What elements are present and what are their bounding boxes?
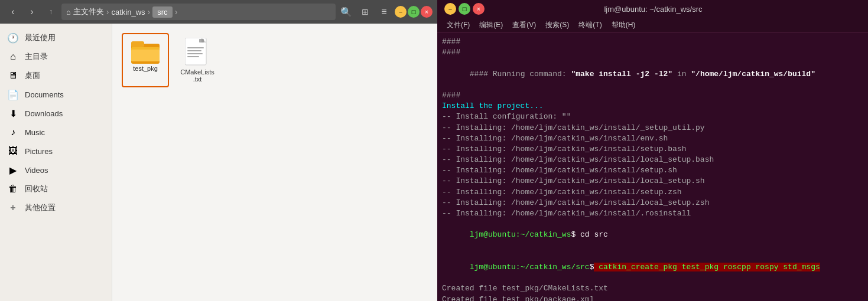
breadcrumb-arrow: › <box>175 7 178 17</box>
terminal-line: -- Installing: /home/ljm/catkin_ws/insta… <box>442 208 863 219</box>
videos-icon: ▶ <box>7 164 19 176</box>
terminal-prompt-path: :~/catkin_ws <box>516 230 571 239</box>
sidebar-item-home[interactable]: ⌂ 主目录 <box>0 47 112 66</box>
sidebar-item-downloads[interactable]: ⬇ Downloads <box>0 104 112 123</box>
file-item-cmakelists[interactable]: CMakeLists.txt <box>174 33 221 87</box>
fm-body: 🕐 最近使用 ⌂ 主目录 🖥 桌面 📄 Documents ⬇ Download… <box>0 24 437 301</box>
breadcrumb-home[interactable]: ⌂ <box>66 8 71 17</box>
minimize-button[interactable]: − <box>395 6 407 18</box>
menu-button[interactable]: ≡ <box>376 4 392 20</box>
desktop-icon: 🖥 <box>7 70 19 81</box>
view-toggle-button[interactable]: ⊞ <box>357 4 373 20</box>
svg-rect-8 <box>187 53 203 54</box>
folder-icon-test-pkg <box>131 39 160 63</box>
file-item-test-pkg[interactable]: test_pkg <box>122 33 169 87</box>
file-name-cmakelists: CMakeLists.txt <box>180 68 214 83</box>
sidebar-item-trash[interactable]: 🗑 回收站 <box>0 179 112 198</box>
pictures-icon: 🖼 <box>7 145 19 157</box>
terminal-line: -- Installing: /home/ljm/catkin_ws/insta… <box>442 144 863 155</box>
document-icon-cmakelists <box>185 38 210 66</box>
terminal-highlighted-cmd: catkin_create_pkg test_pkg roscpp rospy … <box>594 263 820 271</box>
fm-sidebar: 🕐 最近使用 ⌂ 主目录 🖥 桌面 📄 Documents ⬇ Download… <box>0 24 112 301</box>
terminal-menu-file[interactable]: 文件(F) <box>442 19 474 31</box>
documents-icon: 📄 <box>7 89 19 100</box>
terminal-close-button[interactable]: × <box>473 3 485 15</box>
terminal-line: #### <box>442 47 863 58</box>
terminal-text: "make install -j2 -l2" <box>571 70 672 78</box>
terminal-line: #### <box>442 37 863 47</box>
terminal-menu-view[interactable]: 查看(V) <box>508 19 541 31</box>
sidebar-label-home: 主目录 <box>25 51 48 62</box>
terminal-text: "/home/ljm/catkin_ws/build" <box>691 70 815 78</box>
sidebar-item-documents[interactable]: 📄 Documents <box>0 85 112 104</box>
breadcrumb-home-label[interactable]: 主文件夹 <box>73 6 104 17</box>
terminal-prompt-path2: :~/catkin_ws/src <box>516 263 590 271</box>
terminal-prompt-user2: ljm@ubuntu <box>470 263 516 271</box>
terminal-window: − □ × ljm@ubuntu: ~/catkin_ws/src 文件(F) … <box>437 0 868 301</box>
svg-rect-7 <box>187 50 201 51</box>
sidebar-item-other[interactable]: + 其他位置 <box>0 198 112 217</box>
terminal-line: #### Running command: "make install -j2 … <box>442 58 863 90</box>
sidebar-label-other: 其他位置 <box>25 202 56 213</box>
breadcrumb-sep1: › <box>106 7 109 17</box>
sidebar-label-downloads: Downloads <box>25 109 63 118</box>
maximize-button[interactable]: □ <box>408 6 420 18</box>
terminal-menu-search[interactable]: 搜索(S) <box>541 19 574 31</box>
terminal-line: -- Installing: /home/ljm/catkin_ws/insta… <box>442 123 863 133</box>
svg-rect-3 <box>131 50 160 61</box>
fm-toolbar: ‹ › ↑ ⌂ 主文件夹 › catkin_ws › src › 🔍 ⊞ ≡ −… <box>0 0 437 24</box>
home-icon: ⌂ <box>7 51 19 63</box>
sidebar-label-recent: 最近使用 <box>25 32 56 43</box>
terminal-line: Created file test_pkg/CMakeLists.txt <box>442 283 863 294</box>
close-button[interactable]: × <box>421 6 433 18</box>
terminal-menu-help[interactable]: 帮助(H) <box>607 19 641 31</box>
terminal-prompt-user: ljm@ubuntu <box>470 230 516 239</box>
terminal-line: #### <box>442 90 863 101</box>
search-button[interactable]: 🔍 <box>338 4 355 20</box>
terminal-line: Created file test_pkg/package.xml <box>442 295 863 302</box>
fm-file-area: test_pkg CMakeLists.txt <box>112 24 437 301</box>
terminal-line: -- Installing: /home/ljm/catkin_ws/insta… <box>442 133 863 144</box>
terminal-text: #### Running command: <box>470 70 571 78</box>
file-name-test-pkg: test_pkg <box>133 65 158 72</box>
sidebar-item-pictures[interactable]: 🖼 Pictures <box>0 142 112 161</box>
terminal-line: Install the project... <box>442 101 863 112</box>
svg-rect-6 <box>187 47 204 48</box>
sidebar-label-trash: 回收站 <box>25 184 48 194</box>
terminal-maximize-button[interactable]: □ <box>459 3 470 15</box>
terminal-prompt-dollar: $ cd src <box>571 230 607 239</box>
terminal-line: -- Installing: /home/ljm/catkin_ws/insta… <box>442 176 863 187</box>
breadcrumb-catkin[interactable]: catkin_ws <box>112 8 145 17</box>
forward-button[interactable]: › <box>24 4 40 20</box>
sidebar-label-pictures: Pictures <box>25 147 53 156</box>
sidebar-item-music[interactable]: ♪ Music <box>0 123 112 142</box>
sidebar-label-videos: Videos <box>25 166 48 175</box>
clock-icon: 🕐 <box>7 32 19 44</box>
window-controls: − □ × <box>395 6 433 18</box>
terminal-titlebar: − □ × ljm@ubuntu: ~/catkin_ws/src <box>437 0 868 18</box>
sidebar-label-desktop: 桌面 <box>25 70 40 81</box>
sidebar-item-desktop[interactable]: 🖥 桌面 <box>0 66 112 85</box>
terminal-minimize-button[interactable]: − <box>444 3 456 15</box>
sidebar-label-documents: Documents <box>25 90 64 99</box>
terminal-text: in <box>672 70 691 78</box>
terminal-line: -- Installing: /home/ljm/catkin_ws/insta… <box>442 165 863 176</box>
sidebar-item-videos[interactable]: ▶ Videos <box>0 161 112 179</box>
back-button[interactable]: ‹ <box>5 4 21 20</box>
music-icon: ♪ <box>7 126 19 138</box>
terminal-line: -- Installing: /home/ljm/catkin_ws/insta… <box>442 198 863 208</box>
file-manager: ‹ › ↑ ⌂ 主文件夹 › catkin_ws › src › 🔍 ⊞ ≡ −… <box>0 0 437 301</box>
terminal-menu-edit[interactable]: 编辑(E) <box>474 19 508 31</box>
breadcrumb: ⌂ 主文件夹 › catkin_ws › src › <box>61 4 336 20</box>
sidebar-item-recent[interactable]: 🕐 最近使用 <box>0 28 112 47</box>
sidebar-label-music: Music <box>25 128 45 137</box>
breadcrumb-sep2: › <box>148 7 151 17</box>
terminal-prompt-create: ljm@ubuntu:~/catkin_ws/src$ catkin_creat… <box>442 251 863 284</box>
terminal-title: ljm@ubuntu: ~/catkin_ws/src <box>485 5 822 14</box>
terminal-prompt-cd: ljm@ubuntu:~/catkin_ws$ cd src <box>442 219 863 251</box>
up-button[interactable]: ↑ <box>43 4 59 20</box>
breadcrumb-src[interactable]: src <box>152 6 172 18</box>
terminal-body[interactable]: #### #### #### Running command: "make in… <box>437 33 868 301</box>
terminal-line: -- Installing: /home/ljm/catkin_ws/insta… <box>442 155 863 165</box>
terminal-menu-terminal[interactable]: 终端(T) <box>574 19 606 31</box>
